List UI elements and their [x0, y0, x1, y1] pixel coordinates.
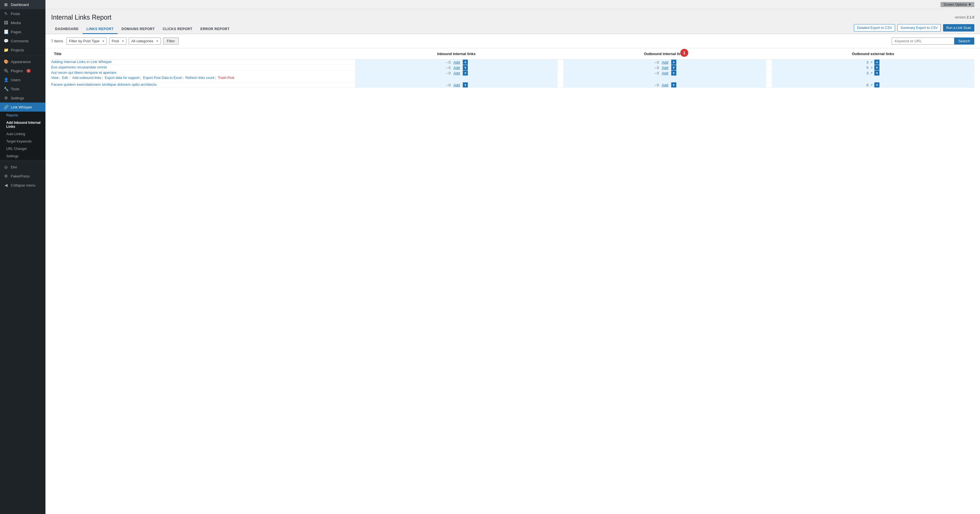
tab-dashboard[interactable]: DASHBOARD — [51, 25, 83, 34]
filter-button[interactable]: Filter — [163, 38, 179, 45]
post-type-filter-wrap: Filter by Post Type — [67, 38, 107, 45]
sidebar-item-url-changer[interactable]: URL Changer — [0, 145, 45, 153]
sidebar-item-plugins[interactable]: 🔌 Plugins 1 — [0, 66, 45, 75]
row-2-inbound-count: →0 — [445, 65, 450, 70]
sidebar-item-link-whisper[interactable]: 🔗 Link Whisper — [0, 102, 45, 111]
row-3-export-support-link[interactable]: Export data for support — [105, 76, 140, 80]
row-1-post-link[interactable]: Adding Internal Links in Link Whisper — [51, 60, 112, 64]
row-2-ext-arrow: ↗ — [870, 66, 873, 70]
sidebar-label-tools: Tools — [11, 87, 19, 91]
sidebar-item-reports[interactable]: Reports — [0, 111, 45, 119]
row-1-inbound-add[interactable]: Add — [453, 60, 460, 64]
sidebar-item-media[interactable]: 🖼 Media — [0, 18, 45, 27]
row-3-inbound-add[interactable]: Add — [453, 71, 460, 75]
sidebar-item-target-keywords[interactable]: Target Keywords — [0, 138, 45, 145]
detailed-export-button[interactable]: Detailed Export to CSV — [854, 24, 895, 32]
row-4-inbound-add[interactable]: Add — [453, 83, 460, 87]
row-3-post-link[interactable]: Aut rerum qui libero tempore et aperiam — [51, 70, 116, 75]
summary-export-button[interactable]: Summary Export to CSV — [897, 24, 941, 32]
row-1-ext-count[interactable]: 3 — [866, 60, 869, 64]
row-4-ext-chevron[interactable]: ▼ — [874, 82, 880, 88]
row-2-inbound-chevron[interactable]: ▼ — [463, 65, 468, 70]
row-3-outbound-add[interactable]: Add — [662, 71, 668, 75]
row-3-outbound-count: →0 — [653, 71, 659, 75]
sidebar-item-divi[interactable]: ◎ Divi — [0, 162, 45, 172]
row-4-post-link[interactable]: Facere quidem exercitationem similique d… — [51, 82, 156, 87]
sidebar-label-posts: Posts — [11, 12, 20, 16]
sidebar-item-auto-linking[interactable]: Auto-Linking — [0, 130, 45, 138]
tab-clicks-report[interactable]: CLICKS REPORT — [159, 25, 197, 34]
post-type-filter[interactable]: Filter by Post Type — [67, 38, 107, 45]
table-row: Aut rerum qui libero tempore et aperiam … — [51, 70, 974, 82]
submenu-label-url-changer: URL Changer — [6, 147, 27, 151]
sidebar-item-tools[interactable]: 🔧 Tools — [0, 84, 45, 94]
row-2-outbound-add[interactable]: Add — [662, 65, 668, 70]
submenu-label-target-keywords: Target Keywords — [6, 139, 32, 143]
search-button[interactable]: Search — [954, 38, 974, 45]
row-2-outbound-chevron[interactable]: ▼ — [671, 65, 676, 70]
sidebar-item-projects[interactable]: 📁 Projects — [0, 45, 45, 54]
sidebar-label-fakerpress: FakerPress — [11, 174, 30, 178]
posts-icon: ✎ — [3, 11, 8, 16]
sidebar-item-settings[interactable]: ⚙ Settings — [0, 94, 45, 102]
row-2-inbound-add[interactable]: Add — [453, 65, 460, 70]
sidebar: ⊞ Dashboard ✎ Posts 🖼 Media 📃 Pages 💬 Co… — [0, 0, 45, 514]
row-2-post-link[interactable]: Eos asperiores recusandae omnis — [51, 65, 107, 69]
sidebar-item-appearance[interactable]: 🎨 Appearance — [0, 57, 45, 66]
categories-select[interactable]: All categories — [129, 38, 161, 45]
row-3-edit-link[interactable]: Edit — [62, 76, 68, 80]
table-row: Eos asperiores recusandae omnis →0 Add ▼… — [51, 65, 974, 70]
row-3-ext-chevron[interactable]: ▼ — [874, 70, 880, 76]
row-4-outbound-cell: →0 Add ▼ — [563, 82, 766, 88]
row-3-refresh-link[interactable]: Refresh links count — [186, 76, 215, 80]
row-1-title-cell: Adding Internal Links in Link Whisper — [51, 60, 355, 65]
row-4-ext-count[interactable]: 8 — [866, 83, 869, 87]
run-scan-button[interactable]: Run a Link Scan — [943, 24, 974, 32]
submenu-label-settings: Settings — [6, 154, 19, 158]
row-3-view-link[interactable]: View — [51, 76, 59, 80]
row-1-outbound-chevron[interactable]: ▼ — [671, 60, 676, 65]
sidebar-item-fakerpress[interactable]: ⚙ FakerPress — [0, 172, 45, 181]
sidebar-label-divi: Divi — [11, 165, 17, 169]
row-4-outbound-add[interactable]: Add — [662, 83, 668, 87]
media-icon: 🖼 — [3, 21, 8, 25]
row-3-inbound-cell: →0 Add ▼ — [355, 70, 558, 82]
row-4-outbound-count: →0 — [653, 83, 659, 87]
row-4-inbound-chevron[interactable]: ▼ — [463, 82, 468, 88]
pages-icon: 📃 — [3, 30, 8, 34]
row-1-inbound-chevron[interactable]: ▼ — [463, 60, 468, 65]
tab-links-report[interactable]: LINKS REPORT — [83, 25, 118, 34]
sidebar-item-posts[interactable]: ✎ Posts — [0, 9, 45, 18]
search-input[interactable] — [892, 38, 954, 45]
table-row: Adding Internal Links in Link Whisper →0… — [51, 60, 974, 65]
dashboard-icon: ⊞ — [3, 2, 8, 7]
screen-options-button[interactable]: Screen Options ▼ — [940, 2, 974, 7]
sidebar-item-pages[interactable]: 📃 Pages — [0, 27, 45, 37]
row-1-ext-chevron[interactable]: ▼ — [874, 60, 880, 65]
row-3-trash-link[interactable]: Trash Post — [218, 76, 234, 80]
tab-error-report[interactable]: ERROR REPORT — [196, 25, 234, 34]
sidebar-item-collapse[interactable]: ◀ Collapse menu — [0, 181, 45, 190]
row-1-inbound-count: →0 — [445, 60, 450, 64]
sidebar-item-users[interactable]: 👤 Users — [0, 75, 45, 84]
row-1-outbound-add[interactable]: Add — [662, 60, 668, 64]
row-3-ext-count[interactable]: 3 — [866, 71, 869, 75]
row-2-ext-chevron[interactable]: ▼ — [874, 65, 880, 70]
row-3-export-excel-link[interactable]: Export Post Data to Excel — [143, 76, 182, 80]
sidebar-item-dashboard[interactable]: ⊞ Dashboard — [0, 0, 45, 9]
row-3-outbound-chevron[interactable]: ▼ — [671, 70, 676, 76]
row-3-inbound-chevron[interactable]: ▼ — [463, 70, 468, 76]
tab-domains-report[interactable]: DOMAINS REPORT — [118, 25, 159, 34]
post-select[interactable]: Post — [109, 38, 126, 45]
sidebar-item-comments[interactable]: 💬 Comments — [0, 37, 45, 45]
col-outbound-ext: Outbound external links — [772, 48, 974, 60]
sidebar-item-settings-sub[interactable]: Settings — [0, 153, 45, 160]
row-3-add-outbound-link[interactable]: Add outbound links — [72, 76, 101, 80]
sidebar-label-settings: Settings — [11, 96, 24, 100]
row-2-ext-count[interactable]: 5 — [866, 65, 869, 70]
sidebar-label-users: Users — [11, 78, 21, 82]
row-4-outbound-chevron[interactable]: ▼ — [671, 82, 676, 88]
row-1-outbound-count: →0 — [653, 60, 659, 64]
sidebar-item-add-inbound[interactable]: Add Inbound Internal Links — [0, 119, 45, 130]
action-buttons-group: Detailed Export to CSV Summary Export to… — [854, 24, 974, 34]
